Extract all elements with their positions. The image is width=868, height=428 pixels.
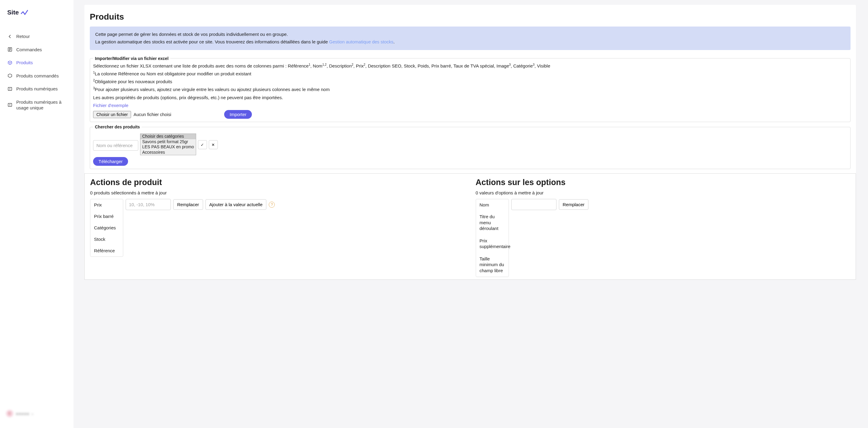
content-card: Produits Cette page permet de gérer les … xyxy=(84,5,856,280)
confirm-button[interactable]: ✓ xyxy=(198,140,207,149)
main: Produits Cette page permet de gérer les … xyxy=(73,0,868,428)
chevron-right-icon: › xyxy=(32,411,33,416)
cancel-button[interactable]: ✕ xyxy=(209,140,218,149)
option-actions-panel: Actions sur les options 0 valeurs d'opti… xyxy=(470,174,856,279)
tab-prix-supp[interactable]: Prix supplémentaire xyxy=(476,235,508,253)
file-status: Aucun fichier choisi xyxy=(133,112,171,117)
import-desc: Sélectionnez un fichier XLSX contenant u… xyxy=(93,62,847,110)
tab-nom[interactable]: Nom xyxy=(476,199,508,211)
sidebar-item-label: Produits commandés xyxy=(16,73,59,79)
tab-prix-barre[interactable]: Prix barré xyxy=(90,211,123,222)
sidebar-item-produits[interactable]: Produits xyxy=(0,56,73,69)
sidebar-item-label: Commandes xyxy=(16,47,42,53)
nav-back[interactable]: Retour xyxy=(0,30,73,43)
tab-taille-min[interactable]: Taille minimum du champ libre xyxy=(476,253,508,277)
download-button[interactable]: Télécharger xyxy=(93,157,128,166)
box-check-icon xyxy=(7,73,13,79)
sidebar-item-produits-numeriques[interactable]: Produits numériques xyxy=(0,82,73,96)
sidebar-item-produits-commandes[interactable]: Produits commandés xyxy=(0,69,73,83)
import-legend: Importer/Modifier via un fichier excel xyxy=(93,56,170,61)
product-actions-panel: Actions de produit 0 produits sélectionn… xyxy=(85,174,470,279)
help-icon[interactable]: ? xyxy=(269,202,275,208)
page-title: Produits xyxy=(90,12,850,27)
import-button[interactable]: Importer xyxy=(224,110,252,119)
option-actions-sub: 0 valeurs d'options à mettre à jour xyxy=(476,190,850,195)
category-option[interactable]: Choisir des catégories xyxy=(141,134,196,139)
list-icon xyxy=(7,47,13,52)
category-select[interactable]: Choisir des catégories Savons petit form… xyxy=(140,133,196,155)
box-icon xyxy=(7,60,13,65)
file-row: Choisir un fichier Aucun fichier choisi … xyxy=(93,110,847,119)
stock-guide-link[interactable]: Gestion automatique des stocks xyxy=(329,39,393,44)
choose-file-button[interactable]: Choisir un fichier xyxy=(93,111,131,118)
sidebar: Site Retour Commandes Produits Produits … xyxy=(0,0,73,428)
option-replace-button[interactable]: Remplacer xyxy=(559,199,589,210)
tab-categories[interactable]: Catégories xyxy=(90,222,123,234)
nav-back-label: Retour xyxy=(16,33,30,39)
sidebar-item-produits-numeriques-unique[interactable]: Produits numériques à usage unique xyxy=(0,96,73,115)
category-option[interactable]: LES PAS BEAUX en promo xyxy=(141,144,196,150)
sidebar-item-commandes[interactable]: Commandes xyxy=(0,43,73,56)
search-input[interactable] xyxy=(93,140,138,151)
category-option[interactable]: Accessoires xyxy=(141,150,196,155)
svg-text:Site: Site xyxy=(7,9,19,16)
tab-titre-menu[interactable]: Titre du menu déroulant xyxy=(476,211,508,235)
option-value-input[interactable] xyxy=(511,199,556,210)
product-value-input[interactable] xyxy=(126,199,171,210)
product-actions-sub: 0 produits sélectionnés à mettre à jour xyxy=(90,190,465,195)
product-tabs: Prix Prix barré Catégories Stock Référen… xyxy=(90,199,123,257)
info-line1: Cette page permet de gérer les données e… xyxy=(95,31,845,38)
info-banner: Cette page permet de gérer les données e… xyxy=(90,27,850,50)
play-box-one-icon xyxy=(7,102,13,108)
play-box-icon xyxy=(7,86,13,92)
close-icon: ✕ xyxy=(212,143,215,147)
sample-file-link[interactable]: Fichier d'exemple xyxy=(93,103,128,108)
option-tabs: Nom Titre du menu déroulant Prix supplém… xyxy=(476,199,509,277)
sidebar-item-label: Produits numériques xyxy=(16,86,58,92)
category-option[interactable]: Savons petit format 25gr xyxy=(141,139,196,145)
logo: Site xyxy=(0,6,73,25)
tab-reference[interactable]: Référence xyxy=(90,245,123,256)
chevron-left-icon xyxy=(7,34,13,39)
tab-prix[interactable]: Prix xyxy=(90,199,123,211)
action-panels: Actions de produit 0 produits sélectionn… xyxy=(84,173,856,280)
avatar: C xyxy=(6,410,13,417)
sidebar-item-label: Produits numériques à usage unique xyxy=(16,99,66,111)
nav: Retour Commandes Produits Produits comma… xyxy=(0,25,73,405)
import-fieldset: Importer/Modifier via un fichier excel S… xyxy=(90,56,850,122)
check-icon: ✓ xyxy=(200,143,204,147)
info-line2: La gestion automatique des stocks est ac… xyxy=(95,38,845,46)
replace-button[interactable]: Remplacer xyxy=(173,199,203,210)
user-name: ■■■■■ xyxy=(16,411,29,416)
search-fieldset: Chercher des produits Choisir des catégo… xyxy=(90,124,850,169)
add-value-button[interactable]: Ajouter à la valeur actuelle xyxy=(206,199,267,210)
product-actions-title: Actions de produit xyxy=(90,178,465,187)
option-actions-title: Actions sur les options xyxy=(476,178,850,187)
tab-stock[interactable]: Stock xyxy=(90,234,123,245)
sidebar-item-label: Produits xyxy=(16,60,33,66)
search-legend: Chercher des produits xyxy=(93,124,142,129)
sidebar-footer[interactable]: C ■■■■■ › xyxy=(0,405,73,422)
